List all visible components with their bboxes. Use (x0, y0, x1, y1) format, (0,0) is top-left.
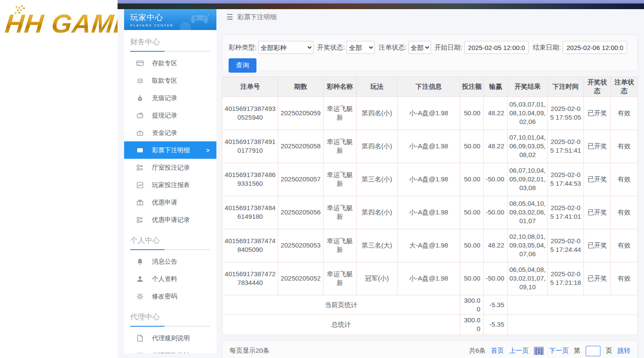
lottery-type-select[interactable]: 全部彩种 (258, 41, 314, 54)
order-status-select[interactable]: 全部 (408, 41, 431, 54)
sidebar-item-promo-record[interactable]: 优惠申请记录> (124, 211, 216, 228)
table-row: 40156917387493052594020250205059幸运飞艇新第四名… (223, 97, 638, 130)
sidebar-item-agent-team-news[interactable]: 代理团队统计> (124, 347, 216, 353)
cell-period: 20250205058 (278, 130, 324, 163)
page-jump-input[interactable] (586, 346, 600, 356)
cell-draw-result: 06,07,10,04,05,09,02,01,03,08 (508, 163, 548, 196)
cell-play-type: 冠军(小) (357, 262, 398, 295)
sidebar-item-withdraw-record[interactable]: 提现记录> (124, 107, 216, 124)
col-header-bet-info: 下注信息 (398, 77, 460, 97)
lottery-type-label: 彩种类型: (229, 43, 256, 52)
page-title: 彩票下注明细 (237, 13, 276, 21)
end-date-label: 结束日期: (533, 43, 561, 52)
sidebar-item-report-chart[interactable]: 玩家投注报表> (124, 176, 216, 194)
password-gear-icon (136, 293, 144, 300)
cell-bet-info: 小-A盘@1.98 (398, 97, 460, 130)
start-date-input[interactable] (464, 41, 529, 54)
col-header-order-no: 注单号 (223, 77, 278, 97)
sidebar-item-label: 厅室投注记录 (152, 164, 190, 172)
table-row: 40156917387486933156020250205057幸运飞艇新第三名… (223, 163, 638, 196)
sidebar-item-agent-rule-doc[interactable]: 代理规则说明> (124, 329, 216, 347)
player-center-frame: 玩家中心 PLAYERS CENTER 财务中心存款专区>取款专区>充值记录>提… (118, 0, 644, 358)
sidebar-item-lottery-detail[interactable]: 彩票下注明细> (124, 141, 216, 159)
summary-row: 总统计300.00-5.35 (223, 315, 638, 335)
sidebar-item-withdraw-hand[interactable]: 取款专区> (124, 72, 216, 89)
summary-win-lose-total: -5.35 (484, 295, 508, 315)
sidebar-item-label: 资金记录 (152, 129, 177, 137)
summary-label: 当前页统计 (223, 295, 460, 315)
end-date-input[interactable] (563, 41, 627, 54)
cell-bet-time: 2025-02-05 17:41:01 (548, 196, 584, 229)
sidebar-item-label: 提现记录 (152, 111, 177, 120)
cell-period: 20250205056 (278, 196, 324, 229)
col-header-period: 期数 (278, 77, 324, 97)
section-underline (130, 51, 210, 52)
cell-bet-amount: 50.00 (460, 163, 484, 196)
col-header-bet-amount: 投注额 (460, 77, 484, 97)
cell-period: 20250205053 (278, 229, 324, 262)
cell-bet-info: 小-A盘@1.98 (398, 262, 460, 295)
cell-order-no: 401569173874846149180 (223, 196, 278, 229)
sidebar-item-recharge-bag[interactable]: 充值记录> (124, 89, 216, 107)
summary-win-lose-total: -5.35 (484, 315, 508, 335)
sidebar-item-room-bet-list[interactable]: 厅室投注记录> (124, 159, 216, 176)
cell-order-status: 有效 (611, 262, 638, 295)
summary-row: 当前页统计300.00-5.35 (223, 295, 638, 315)
page-topbar: ☰ 彩票下注明细 (222, 9, 638, 25)
jump-button[interactable]: 跳转 (617, 347, 631, 355)
sidebar-header: 玩家中心 PLAYERS CENTER (124, 9, 216, 30)
cell-order-no: 401569173874910177910 (223, 130, 278, 163)
sidebar-item-promo-gift[interactable]: 优惠申请> (124, 194, 216, 211)
cell-win-lose: 48.22 (484, 130, 508, 163)
cell-draw-status: 已开奖 (584, 163, 611, 196)
table-row: 40156917387491017791020250205058幸运飞艇新第四名… (223, 130, 638, 163)
jump-prefix-text: 第 (574, 347, 580, 355)
sidebar-section: 个人中心 (124, 235, 216, 250)
lottery-detail-icon (136, 147, 144, 154)
col-header-draw-status: 开奖状态 (584, 77, 611, 97)
cell-period: 20250205059 (278, 97, 324, 130)
profile-person-icon (136, 275, 144, 283)
next-page-link[interactable]: 下一页 (549, 347, 569, 355)
cell-draw-status: 已开奖 (584, 229, 611, 262)
cell-bet-info: 小-A盘@1.98 (398, 130, 460, 163)
col-header-lottery-name: 彩种名称 (324, 77, 357, 97)
cell-draw-result: 05,03,07,01,08,10,04,09,02,06 (508, 97, 548, 130)
hamburger-menu-icon[interactable]: ☰ (226, 13, 233, 22)
cell-draw-result: 07,10,01,04,06,09,03,05,08,02 (508, 130, 548, 163)
col-header-win-lose: 输赢 (484, 77, 508, 97)
section-underline (130, 326, 210, 327)
sidebar-item-profile-person[interactable]: 个人资料> (124, 270, 216, 288)
cell-draw-status: 已开奖 (584, 262, 611, 295)
page-size-text: 每页显示20条 (229, 347, 270, 355)
cell-draw-status: 已开奖 (584, 97, 611, 130)
chevron-right-icon: > (206, 147, 209, 154)
table-row: 40156917387474840509020250205053幸运飞艇新第三名… (223, 229, 638, 262)
sidebar-item-password-gear[interactable]: 修改密码> (124, 288, 216, 305)
cell-play-type: 第四名(小) (357, 130, 398, 163)
sidebar-item-label: 修改密码 (152, 292, 177, 301)
cell-draw-status: 已开奖 (584, 196, 611, 229)
sidebar-item-notice-bell[interactable]: 消息公告> (124, 253, 216, 270)
section-underline (130, 249, 210, 250)
summary-empty (508, 295, 638, 315)
first-page-link[interactable]: 首页 (491, 347, 504, 355)
search-button[interactable]: 查询 (229, 58, 256, 73)
cell-bet-info: 小-A盘@1.98 (398, 163, 460, 196)
sidebar-item-funds-purse[interactable]: 资金记录> (124, 124, 216, 141)
cell-draw-result: 02,10,08,01,09,03,05,04,07,06 (508, 229, 548, 262)
prev-page-link[interactable]: 上一页 (509, 347, 529, 355)
agent-team-news-icon (136, 352, 144, 354)
draw-status-select[interactable]: 全部 (347, 41, 375, 54)
sidebar-item-label: 代理规则说明 (152, 334, 190, 342)
cell-win-lose: 48.22 (484, 229, 508, 262)
total-count-text: 共6条 (469, 347, 486, 355)
cell-win-lose: -50.00 (484, 262, 508, 295)
cell-bet-time: 2025-02-05 17:24:44 (548, 229, 584, 262)
sidebar-item-bank-card[interactable]: 存款专区> (124, 54, 216, 72)
start-date-label: 开始日期: (435, 43, 462, 52)
section-title: 财务中心 (130, 37, 210, 47)
cell-order-status: 有效 (611, 196, 638, 229)
order-status-label: 注单状态: (378, 43, 406, 52)
cell-order-no: 401569173874748405090 (223, 229, 278, 262)
